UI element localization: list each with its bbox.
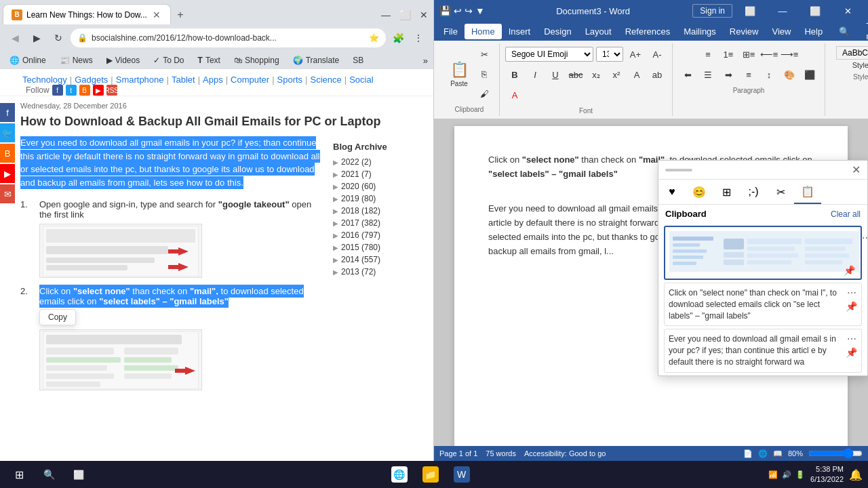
clipboard-item-1[interactable]: ⋯ 📌 bbox=[664, 226, 862, 280]
word-menu-home[interactable]: Home bbox=[465, 24, 502, 39]
archive-item[interactable]: ▶2022 (2) bbox=[333, 156, 420, 168]
clipboard-pin-2[interactable]: 📌 bbox=[846, 301, 857, 312]
word-signin-btn[interactable]: Sign in bbox=[692, 4, 732, 18]
panel-close-button[interactable]: ✕ bbox=[852, 163, 861, 176]
blogger-share-btn[interactable]: B bbox=[0, 144, 15, 163]
clipboard-more-btn-1[interactable]: ⋯ bbox=[862, 232, 868, 243]
forward-button[interactable]: ▶ bbox=[27, 28, 46, 47]
bookmark-text[interactable]: T Text bbox=[194, 54, 224, 66]
word-maximize-btn[interactable]: ⬜ bbox=[800, 1, 830, 21]
panel-tab-clipboard[interactable]: 📋 bbox=[794, 180, 821, 204]
panel-tab-scissors[interactable]: ✂ bbox=[767, 180, 794, 204]
archive-item[interactable]: ▶2013 (72) bbox=[333, 266, 420, 278]
window-close-btn[interactable]: ✕ bbox=[414, 5, 433, 24]
bookmark-translate[interactable]: 🌍 Translate bbox=[289, 54, 344, 66]
font-name-dropdown[interactable]: Segoe UI Emoji bbox=[505, 47, 593, 62]
word-minimize-btn[interactable]: — bbox=[768, 1, 797, 21]
address-bar[interactable]: 🔒 bsocialshine.com/2016/12/how-to-downlo… bbox=[71, 28, 386, 47]
increase-indent-button[interactable]: ⟶≡ bbox=[780, 45, 799, 64]
back-button[interactable]: ◀ bbox=[5, 28, 24, 47]
nav-computer[interactable]: Computer bbox=[229, 75, 271, 85]
decrease-font-btn[interactable]: A- bbox=[648, 45, 667, 64]
twitter-share-btn[interactable]: 🐦 bbox=[0, 123, 15, 142]
view-read-btn[interactable]: 📖 bbox=[773, 449, 783, 458]
panel-tab-symbol[interactable]: ⊞ bbox=[713, 180, 740, 204]
word-menu-insert[interactable]: Insert bbox=[502, 24, 538, 39]
view-web-btn[interactable]: 🌐 bbox=[758, 449, 768, 458]
cut-button[interactable]: ✂ bbox=[475, 45, 494, 64]
bookmark-todo[interactable]: ✓ To Do bbox=[149, 54, 188, 66]
start-button[interactable]: ⊞ bbox=[5, 462, 33, 487]
tab-close-btn[interactable]: ✕ bbox=[151, 8, 162, 22]
rss-follow-btn[interactable]: RSS bbox=[106, 85, 117, 96]
font-size-dropdown[interactable]: 13 bbox=[596, 47, 623, 62]
align-left-button[interactable]: ⬅ bbox=[678, 65, 697, 84]
clipboard-item-2[interactable]: Click on "select none" than check on "ma… bbox=[664, 283, 862, 326]
numbering-button[interactable]: 1≡ bbox=[719, 45, 738, 64]
underline-button[interactable]: U bbox=[546, 65, 565, 84]
notification-btn[interactable]: 🔔 bbox=[849, 468, 863, 481]
bullets-button[interactable]: ≡ bbox=[698, 45, 717, 64]
zoom-slider[interactable] bbox=[808, 448, 863, 459]
shading-button[interactable]: 🎨 bbox=[780, 65, 799, 84]
bold-button[interactable]: B bbox=[505, 65, 524, 84]
decrease-indent-button[interactable]: ⟵≡ bbox=[760, 45, 778, 64]
nav-smartphone[interactable]: Smartphone bbox=[114, 75, 166, 85]
bookmark-shopping[interactable]: 🛍 Shopping bbox=[230, 54, 283, 66]
webpage-scroll[interactable]: Technology | Gadgets | Smartphone | Tabl… bbox=[0, 69, 433, 461]
yt-follow-btn[interactable]: ▶ bbox=[93, 85, 104, 96]
line-spacing-button[interactable]: ↕ bbox=[760, 65, 778, 84]
taskbar-chrome[interactable]: 🌐 bbox=[386, 464, 413, 485]
nav-apps[interactable]: Apps bbox=[201, 75, 225, 85]
view-print-btn[interactable]: 📄 bbox=[743, 449, 753, 458]
word-menu-mailings[interactable]: Mailings bbox=[677, 24, 723, 39]
archive-item[interactable]: ▶2014 (557) bbox=[333, 253, 420, 266]
word-menu-file[interactable]: File bbox=[437, 24, 465, 39]
archive-item[interactable]: ▶2016 (797) bbox=[333, 229, 420, 241]
word-redo-icon[interactable]: ↪ bbox=[465, 5, 473, 16]
justify-button[interactable]: ≡ bbox=[739, 65, 758, 84]
borders-button[interactable]: ⬛ bbox=[800, 65, 819, 84]
word-save-icon[interactable]: 💾 bbox=[439, 5, 451, 16]
youtube-share-btn[interactable]: ▶ bbox=[0, 164, 15, 183]
taskbar-word[interactable]: W bbox=[448, 464, 475, 485]
multilevel-button[interactable]: ⊞≡ bbox=[739, 45, 758, 64]
bookmark-online[interactable]: 🌐 Online bbox=[5, 54, 50, 66]
taskview-button[interactable]: ⬜ bbox=[65, 462, 92, 487]
panel-tab-emoji[interactable]: 😊 bbox=[686, 180, 713, 204]
highlight-button[interactable]: ab bbox=[648, 65, 667, 84]
clipboard-pin-3[interactable]: 📌 bbox=[846, 347, 857, 358]
panel-tab-heart[interactable]: ♥ bbox=[658, 180, 686, 204]
new-tab-button[interactable]: + bbox=[171, 5, 190, 24]
more-btn[interactable]: ⋮ bbox=[409, 28, 428, 47]
fb-follow-btn[interactable]: f bbox=[52, 85, 63, 96]
refresh-button[interactable]: ↻ bbox=[49, 28, 68, 47]
archive-item[interactable]: ▶2020 (60) bbox=[333, 180, 420, 192]
clipboard-more-btn-2[interactable]: ⋯ bbox=[847, 287, 856, 298]
word-down-icon[interactable]: ▼ bbox=[475, 5, 485, 16]
subscript-button[interactable]: x₂ bbox=[587, 65, 606, 84]
extensions-btn[interactable]: 🧩 bbox=[389, 28, 408, 47]
archive-item[interactable]: ▶2017 (382) bbox=[333, 217, 420, 229]
clipboard-more-btn-3[interactable]: ⋯ bbox=[847, 333, 856, 344]
archive-item[interactable]: ▶2015 (780) bbox=[333, 241, 420, 253]
styles-button[interactable]: AaBbCcDd Styles bbox=[831, 45, 868, 70]
clear-all-button[interactable]: Clear all bbox=[831, 209, 861, 219]
taskbar-explorer[interactable]: 📁 bbox=[417, 464, 444, 485]
facebook-share-btn[interactable]: f bbox=[0, 103, 15, 122]
more-bookmarks-btn[interactable]: » bbox=[423, 56, 428, 66]
nav-sports[interactable]: Sports bbox=[275, 75, 305, 85]
word-menu-design[interactable]: Design bbox=[537, 24, 578, 39]
tw-follow-btn[interactable]: t bbox=[66, 85, 77, 96]
format-painter-button[interactable]: 🖌 bbox=[475, 84, 494, 103]
nav-science[interactable]: Science bbox=[309, 75, 344, 85]
search-button[interactable]: 🔍 bbox=[35, 462, 62, 487]
panel-drag-handle[interactable] bbox=[665, 169, 692, 171]
bookmark-sb[interactable]: SB bbox=[349, 54, 368, 66]
strikethrough-button[interactable]: abc bbox=[566, 65, 585, 84]
panel-tab-emoticon[interactable]: ;-) bbox=[740, 180, 767, 204]
window-maximize-btn[interactable]: ⬜ bbox=[395, 5, 414, 24]
nav-social[interactable]: Social bbox=[347, 75, 375, 85]
nav-technology[interactable]: Technology bbox=[20, 75, 69, 85]
blog-follow-btn[interactable]: B bbox=[79, 85, 90, 96]
